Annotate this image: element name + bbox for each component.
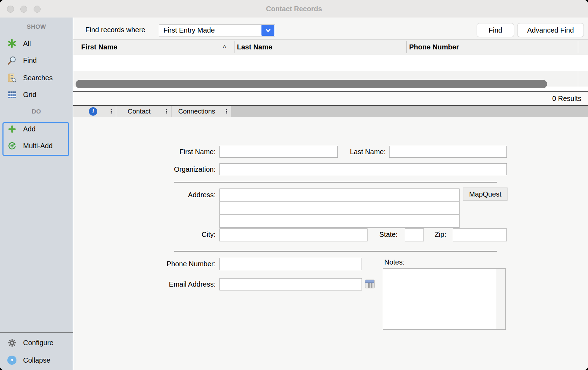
horizontal-scrollbar[interactable] (76, 80, 547, 88)
sidebar-item-collapse[interactable]: « Collapse (0, 355, 73, 365)
sidebar-item-label: Find (23, 56, 37, 64)
tab-label: Contact (116, 108, 162, 115)
notes-field[interactable] (383, 268, 506, 330)
sidebar-item-all[interactable]: All (0, 38, 73, 49)
tab-menu-dots-icon[interactable]: ⋮ (162, 108, 171, 115)
address-line1-field[interactable] (219, 189, 460, 202)
section-divider (174, 182, 497, 183)
sidebar-item-label: Searches (23, 74, 53, 82)
tab-label: Connections (172, 108, 222, 115)
organization-field[interactable] (219, 163, 507, 175)
notes-label: Notes: (384, 258, 419, 266)
field-dropdown-value: First Entry Made (163, 25, 215, 36)
phone-number-field[interactable] (219, 258, 362, 270)
email-card-icon[interactable] (365, 280, 374, 288)
tab-connections[interactable]: Connections ⋮ (172, 106, 231, 117)
section-divider (174, 251, 497, 252)
asterisk-icon (6, 38, 18, 49)
sidebar: SHOW All Find (0, 18, 73, 370)
tab-contact[interactable]: Contact ⋮ (116, 106, 172, 117)
title-bar: Contact Records (0, 0, 588, 18)
main-content: Find records where First Entry Made Find… (73, 18, 588, 370)
sidebar-footer-divider (0, 332, 73, 333)
email-card-icon-titlebar (365, 280, 374, 283)
sidebar-item-label: Grid (23, 91, 36, 99)
sidebar-item-searches[interactable]: Searches (0, 73, 73, 83)
tab-menu-dots-icon[interactable]: ⋮ (107, 108, 116, 115)
sidebar-item-multi-add[interactable]: Multi-Add (0, 141, 73, 151)
mapquest-button[interactable]: MapQuest (463, 187, 507, 201)
gear-icon (6, 337, 18, 348)
grid-icon (6, 89, 18, 100)
column-header-first-name[interactable]: First Name (81, 40, 117, 55)
state-field[interactable] (405, 228, 424, 241)
results-count: 0 Results (552, 95, 581, 103)
zip-label: Zip: (425, 231, 446, 239)
advanced-find-button[interactable]: Advanced Find (517, 23, 584, 37)
app-window: Contact Records SHOW All Fi (0, 0, 588, 370)
results-table-body (73, 55, 588, 91)
address-label: Address: (157, 191, 216, 199)
saved-search-icon (6, 73, 18, 83)
find-records-where-label: Find records where (85, 26, 145, 34)
sidebar-item-label: Configure (23, 339, 54, 347)
window-title: Contact Records (0, 0, 588, 18)
find-toolbar: Find records where First Entry Made Find… (73, 18, 588, 39)
table-edge-line (578, 55, 578, 91)
contact-form: First Name: Last Name: Organization: Add… (73, 117, 588, 370)
first-name-field[interactable] (219, 146, 338, 158)
zip-field[interactable] (453, 228, 507, 241)
column-divider[interactable] (234, 41, 235, 53)
sidebar-item-label: Collapse (23, 356, 50, 364)
chevron-down-icon (261, 25, 274, 36)
last-name-field[interactable] (389, 146, 507, 158)
plus-icon (6, 124, 18, 134)
organization-label: Organization: (157, 165, 216, 173)
city-label: City: (157, 231, 216, 239)
magnifier-icon (6, 55, 18, 66)
field-dropdown[interactable]: First Entry Made (159, 24, 275, 36)
first-name-label: First Name: (157, 148, 216, 156)
phone-number-label: Phone Number: (147, 260, 216, 268)
address-line3-field[interactable] (219, 214, 460, 228)
email-address-label: Email Address: (147, 280, 216, 288)
info-icon[interactable]: i (89, 107, 97, 116)
tab-info[interactable]: i ⋮ (73, 106, 116, 117)
notes-scrollbar-track[interactable] (496, 269, 505, 329)
form-tab-bar: i ⋮ Contact ⋮ Connections ⋮ (73, 106, 588, 117)
address-line2-field[interactable] (219, 201, 460, 215)
sidebar-item-grid[interactable]: Grid (0, 89, 73, 100)
sidebar-item-label: All (23, 40, 31, 48)
sidebar-item-configure[interactable]: Configure (0, 337, 73, 348)
column-header-phone-number[interactable]: Phone Number (409, 40, 459, 55)
sidebar-item-label: Multi-Add (23, 142, 52, 150)
sidebar-section-show: SHOW (0, 23, 73, 30)
sidebar-section-do: DO (0, 108, 73, 115)
state-label: State: (371, 231, 398, 239)
column-header-last-name[interactable]: Last Name (237, 40, 272, 55)
find-button[interactable]: Find (477, 23, 514, 37)
city-field[interactable] (219, 228, 368, 241)
tab-menu-dots-icon[interactable]: ⋮ (222, 108, 231, 115)
results-status-bar: 0 Results (73, 92, 588, 105)
results-table-header: First Name ^ Last Name Phone Number (73, 39, 588, 55)
email-address-field[interactable] (219, 278, 362, 290)
column-divider[interactable] (406, 41, 407, 53)
last-name-label: Last Name: (343, 148, 386, 156)
sidebar-item-label: Add (23, 125, 36, 133)
cycle-plus-icon (6, 141, 18, 151)
column-divider[interactable] (578, 41, 578, 53)
collapse-chevrons-icon: « (6, 355, 18, 365)
sidebar-item-add[interactable]: Add (0, 124, 73, 134)
sidebar-item-find[interactable]: Find (0, 55, 73, 66)
sort-ascending-icon[interactable]: ^ (223, 40, 226, 55)
email-card-icon-columns (368, 283, 373, 288)
